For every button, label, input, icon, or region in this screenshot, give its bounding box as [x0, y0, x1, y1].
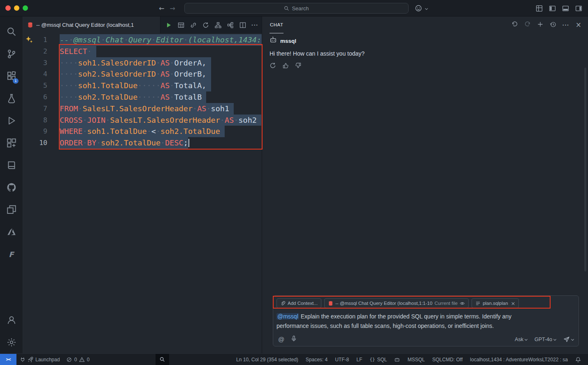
remote-explorer-icon[interactable]	[2, 199, 21, 221]
history-icon[interactable]	[550, 21, 556, 29]
add-context-button[interactable]: Add Context...	[277, 298, 321, 308]
cursor-position-item[interactable]: Ln 10, Col 29 (354 selected)	[232, 354, 302, 365]
encoding-item[interactable]: UTF-8	[331, 354, 353, 365]
connection-link-icon[interactable]	[188, 20, 198, 30]
warning-triangle-icon	[79, 357, 85, 363]
sqlcmd-item[interactable]: SQLCMD: Off	[429, 354, 467, 365]
line-number: 5	[23, 80, 47, 91]
rocket-icon	[28, 357, 33, 363]
chat-input-container: Add Context... -- @mssql Chat Query Edit…	[273, 295, 579, 346]
line-number: 8	[23, 115, 47, 126]
copilot-sparkle-icon[interactable]	[25, 36, 33, 46]
mode-dropdown[interactable]: Ask	[515, 337, 527, 342]
extensions-icon[interactable]: 1	[2, 65, 21, 87]
code-line[interactable]: SELECT·	[60, 46, 262, 57]
testing-icon[interactable]	[2, 87, 21, 110]
results-grid-icon[interactable]	[176, 20, 186, 30]
minimize-window-button[interactable]	[14, 5, 19, 11]
code-line[interactable]: ····soh2.SalesOrderID·AS·OrderB,	[60, 68, 262, 80]
editor-code[interactable]: --·@mssql·Chat·Query·Editor·(localhost,1…	[47, 33, 262, 353]
github-icon[interactable]	[2, 176, 21, 199]
line-number: 2	[23, 46, 47, 57]
mode-label: Ask	[515, 337, 523, 342]
toggle-right-sidebar-icon[interactable]	[575, 5, 582, 12]
mssql-label: MSSQL	[407, 357, 425, 363]
book-icon[interactable]	[2, 154, 21, 176]
code-line[interactable]: WHERE·soh1.TotalDue·<·soh2.TotalDue	[60, 126, 262, 137]
zoom-indicator[interactable]	[156, 354, 169, 365]
code-line[interactable]: ORDER·BY·soh2.TotalDue·DESC;	[60, 137, 262, 149]
problems-item[interactable]: 0 0	[63, 354, 93, 365]
fabric-icon[interactable]: F	[2, 243, 21, 265]
more-actions-icon[interactable]: ···	[562, 21, 569, 29]
code-line[interactable]: ····soh1.SalesOrderID·AS·OrderA,	[60, 57, 262, 69]
grid-plus-icon[interactable]	[2, 132, 21, 154]
chat-input-toolbar: @ Ask GPT-4o	[278, 335, 574, 343]
accounts-icon[interactable]	[2, 309, 21, 331]
send-button[interactable]	[563, 336, 574, 343]
code-line[interactable]: ····soh2.TotalDue·····AS·TotalB	[60, 91, 262, 103]
customize-layout-icon[interactable]	[536, 5, 543, 12]
mention-at-icon[interactable]: @	[278, 336, 284, 343]
copilot-status-item[interactable]	[390, 354, 404, 365]
split-editor-icon[interactable]	[238, 20, 247, 30]
plan-file-chip[interactable]: plan.sqlplan ×	[472, 298, 519, 308]
vscode-window: ← → Search	[0, 0, 588, 365]
thumbs-up-icon[interactable]	[282, 62, 289, 70]
code-line[interactable]: ····soh1.TotalDue·····AS·TotalA,	[60, 80, 262, 91]
model-dropdown[interactable]: GPT-4o	[535, 337, 556, 342]
new-chat-icon[interactable]	[537, 21, 544, 29]
toggle-left-sidebar-icon[interactable]	[549, 5, 556, 12]
undo-icon[interactable]	[511, 21, 518, 29]
mic-icon[interactable]	[291, 335, 297, 343]
azure-icon[interactable]	[2, 221, 21, 243]
source-control-icon[interactable]	[2, 43, 21, 65]
code-line[interactable]: FROM·SalesLT.SalesOrderHeader·AS·soh1	[60, 103, 262, 115]
language-item[interactable]: {}SQL	[366, 354, 390, 365]
change-connection-icon[interactable]	[201, 20, 210, 30]
redo-icon[interactable]	[524, 21, 531, 29]
workbench-body: 1 F	[0, 16, 588, 353]
activity-bar: 1 F	[0, 16, 23, 353]
remove-chip-icon[interactable]: ×	[511, 300, 516, 307]
tab-chat[interactable]: CHAT	[270, 16, 284, 33]
more-actions-icon[interactable]: ···	[250, 20, 260, 30]
editor-tab[interactable]: -- @mssql Chat Query Editor (localhost,1	[23, 16, 160, 33]
code-line[interactable]: CROSS·JOIN·SalesLT.SalesOrderHeader·AS·s…	[60, 115, 262, 126]
chat-scrollbar[interactable]	[584, 68, 586, 271]
run-and-debug-icon[interactable]	[2, 110, 21, 132]
error-count: 0	[74, 357, 77, 363]
search-icon[interactable]	[2, 21, 21, 43]
indentation-item[interactable]: Spaces: 4	[302, 354, 331, 365]
notifications-item[interactable]	[572, 354, 585, 365]
copilot-icon	[415, 5, 422, 12]
schema-designer-icon[interactable]	[213, 20, 223, 30]
thumbs-down-icon[interactable]	[295, 62, 302, 70]
current-file-chip[interactable]: -- @mssql Chat Query Editor (localhost,1…	[324, 298, 469, 308]
back-arrow-icon[interactable]: ←	[159, 5, 164, 12]
chat-prompt-text: Explain the execution plan for the provi…	[277, 313, 511, 329]
settings-gear-icon[interactable]	[2, 331, 21, 353]
query-plan-icon[interactable]	[225, 20, 235, 30]
launchpad-label: Launchpad	[35, 357, 60, 363]
editor-area: 12345678910 --·@mssql·Chat·Query·Editor·…	[23, 33, 262, 353]
launchpad-item[interactable]: Launchpad	[16, 354, 63, 365]
remote-indicator[interactable]: ><	[0, 354, 16, 365]
mssql-item[interactable]: MSSQL	[404, 354, 428, 365]
run-query-button[interactable]	[164, 20, 173, 30]
zoom-window-button[interactable]	[23, 5, 28, 11]
eol-item[interactable]: LF	[353, 354, 366, 365]
regenerate-icon[interactable]	[270, 62, 276, 70]
eye-icon[interactable]	[460, 301, 465, 306]
forward-arrow-icon[interactable]: →	[170, 5, 175, 12]
copilot-menu[interactable]	[415, 0, 428, 16]
close-icon[interactable]: ×	[576, 21, 581, 28]
command-center-search[interactable]: Search	[184, 3, 409, 14]
code-line[interactable]: --·@mssql·Chat·Query·Editor·(localhost,1…	[60, 34, 262, 46]
context-chips-row: Add Context... -- @mssql Chat Query Edit…	[277, 298, 575, 308]
close-window-button[interactable]	[5, 5, 11, 11]
connection-item[interactable]: localhost,1434 : AdventureWorksLT2022 : …	[466, 354, 572, 365]
chat-input-text[interactable]: @mssql Explain the execution plan for th…	[277, 312, 544, 331]
line-number: 7	[23, 103, 47, 115]
toggle-panel-icon[interactable]	[562, 5, 569, 12]
